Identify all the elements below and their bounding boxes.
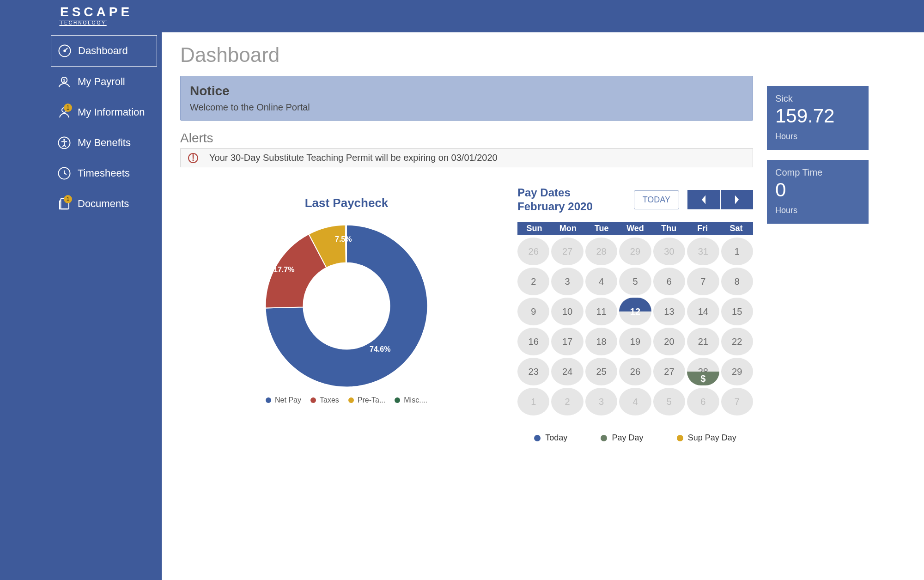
calendar-day-header: Mon — [551, 222, 585, 235]
calendar-day[interactable]: 8 — [721, 268, 753, 295]
calendar-day[interactable]: 26 — [517, 238, 549, 265]
widget-unit: Hours — [775, 132, 860, 141]
sidebar-item-dashboard[interactable]: Dashboard — [51, 35, 157, 67]
calendar-day[interactable]: 6 — [653, 268, 685, 295]
segment-label-pretax: 7.5% — [335, 235, 352, 244]
calendar-day[interactable]: 4 — [585, 268, 617, 295]
calendar-title: Pay Dates February 2020 — [517, 186, 593, 214]
calendar-day[interactable]: 26 — [619, 358, 651, 385]
calendar-day[interactable]: 16 — [517, 328, 549, 355]
calendar-day[interactable]: 13 — [653, 298, 685, 325]
nav-label: My Information — [78, 106, 145, 118]
calendar-day[interactable]: 7 — [721, 388, 753, 415]
calendar-day[interactable]: 25 — [585, 358, 617, 385]
accessibility-icon — [57, 136, 71, 150]
calendar-grid: SunMonTueWedThuFriSat 262728293031123456… — [517, 222, 753, 415]
calendar-day[interactable]: 30 — [653, 238, 685, 265]
dot-icon — [395, 397, 400, 403]
calendar-day[interactable]: 2 — [551, 388, 583, 415]
calendar-day[interactable]: 3 — [585, 388, 617, 415]
dot-icon — [310, 397, 316, 403]
calendar-day-header: Sat — [719, 222, 753, 235]
page-title: Dashboard — [180, 41, 753, 76]
chart-segment[interactable] — [346, 225, 346, 263]
alert-text: Your 30-Day Substitute Teaching Permit w… — [209, 153, 498, 163]
calendar-day-header: Tue — [585, 222, 619, 235]
svg-point-1 — [64, 50, 66, 52]
chevron-left-icon — [700, 195, 707, 205]
calendar-legend: TodayPay DaySup Pay Day — [517, 433, 753, 443]
calendar-day[interactable]: 3 — [551, 268, 583, 295]
calendar-day[interactable]: 27 — [653, 358, 685, 385]
logo: ESCAPE TECHNOLOGY — [60, 6, 133, 26]
calendar-day[interactable]: 29 — [619, 238, 651, 265]
sidebar-item-my-benefits[interactable]: My Benefits — [51, 128, 157, 158]
calendar-day[interactable]: 12 — [619, 298, 651, 325]
widget-label: Comp Time — [775, 167, 860, 178]
paycheck-chart: 74.6% 17.7% 7.5% — [249, 216, 444, 396]
nav-label: My Payroll — [78, 76, 125, 88]
segment-label-netpay: 74.6% — [370, 345, 390, 354]
alert-row[interactable]: ! Your 30-Day Substitute Teaching Permit… — [180, 148, 753, 167]
calendar-day[interactable]: 1 — [517, 388, 549, 415]
calendar-day[interactable]: 28$ — [687, 358, 719, 385]
calendar-day[interactable]: 27 — [551, 238, 583, 265]
segment-label-taxes: 17.7% — [274, 266, 294, 274]
sidebar-item-my-information[interactable]: 1 My Information — [51, 97, 157, 128]
badge: 1 — [64, 104, 72, 112]
chevron-right-icon — [734, 195, 740, 205]
sidebar-item-documents[interactable]: 1 Documents — [51, 189, 157, 219]
calendar-day[interactable]: 14 — [687, 298, 719, 325]
sidebar-item-timesheets[interactable]: Timesheets — [51, 158, 157, 189]
calendar-day[interactable]: 23 — [517, 358, 549, 385]
sidebar-item-payroll[interactable]: $ My Payroll — [51, 67, 157, 97]
widget-sick[interactable]: Sick 159.72 Hours — [767, 86, 869, 150]
calendar-day[interactable]: 10 — [551, 298, 583, 325]
nav-label: My Benefits — [78, 137, 131, 149]
calendar-day[interactable]: 19 — [619, 328, 651, 355]
calendar-day[interactable]: 22 — [721, 328, 753, 355]
sidebar: Dashboard $ My Payroll 1 My Information … — [0, 32, 162, 580]
notice-body: Welcome to the Online Portal — [190, 102, 743, 113]
calendar-day[interactable]: 4 — [619, 388, 651, 415]
svg-point-6 — [63, 139, 65, 141]
clock-icon — [57, 166, 71, 180]
badge: 1 — [64, 195, 72, 203]
notice-title: Notice — [190, 84, 743, 98]
dot-icon — [534, 435, 541, 441]
calendar-day[interactable]: 21 — [687, 328, 719, 355]
calendar-day[interactable]: 31 — [687, 238, 719, 265]
calendar-day[interactable]: 6 — [687, 388, 719, 415]
today-button[interactable]: TODAY — [634, 190, 679, 209]
logo-main: ESCAPE — [60, 6, 133, 18]
calendar-day[interactable]: 1 — [721, 238, 753, 265]
calendar-next-button[interactable] — [721, 190, 753, 209]
calendar-day[interactable]: 24 — [551, 358, 583, 385]
calendar-day[interactable]: 9 — [517, 298, 549, 325]
top-bar: ESCAPE TECHNOLOGY — [0, 0, 924, 32]
calendar-day[interactable]: 5 — [619, 268, 651, 295]
alert-icon: ! — [188, 153, 198, 163]
calendar-day[interactable]: 28 — [585, 238, 617, 265]
calendar-day[interactable]: 29 — [721, 358, 753, 385]
dollar-icon: $ — [687, 372, 719, 385]
dot-icon — [348, 397, 354, 403]
gauge-icon — [58, 44, 72, 58]
calendar-day[interactable]: 5 — [653, 388, 685, 415]
calendar-day[interactable]: 18 — [585, 328, 617, 355]
calendar-prev-button[interactable] — [687, 190, 720, 209]
widget-comp-time[interactable]: Comp Time 0 Hours — [767, 160, 869, 224]
calendar-day[interactable]: 11 — [585, 298, 617, 325]
widget-value: 0 — [775, 179, 860, 201]
calendar-day[interactable]: 7 — [687, 268, 719, 295]
widget-label: Sick — [775, 93, 860, 104]
nav-label: Dashboard — [78, 45, 128, 57]
widget-unit: Hours — [775, 206, 860, 215]
svg-text:$: $ — [63, 78, 66, 83]
payroll-icon: $ — [57, 75, 71, 89]
calendar-day[interactable]: 20 — [653, 328, 685, 355]
calendar-day[interactable]: 2 — [517, 268, 549, 295]
calendar-day[interactable]: 15 — [721, 298, 753, 325]
calendar-day-header: Wed — [619, 222, 652, 235]
calendar-day[interactable]: 17 — [551, 328, 583, 355]
